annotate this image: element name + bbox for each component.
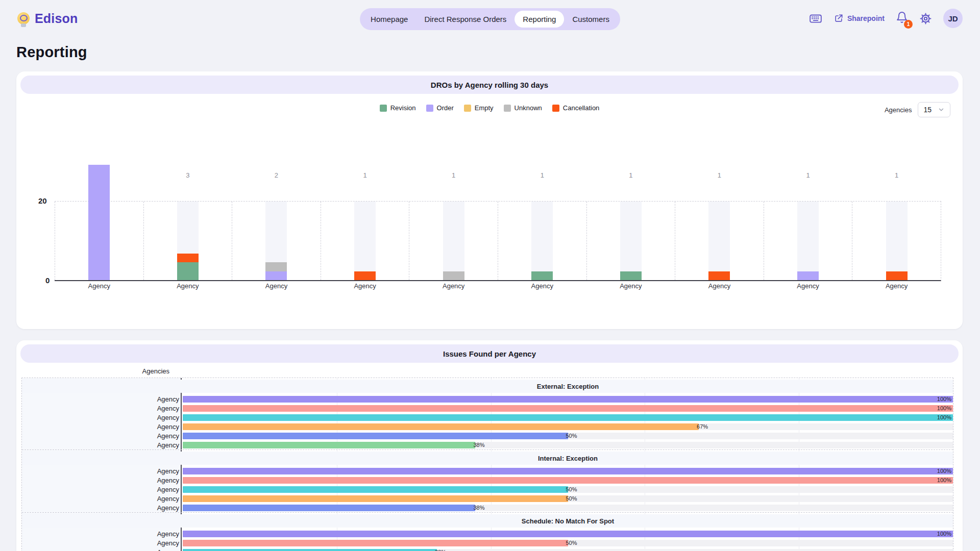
- issue-row-bar: [183, 486, 568, 493]
- issue-row-bar: [183, 405, 953, 412]
- bar-stack: [88, 165, 110, 280]
- keyboard-icon[interactable]: [809, 12, 822, 25]
- issue-row: Agency100%: [22, 413, 953, 422]
- bar-stack: [886, 271, 908, 280]
- x-axis-category-label: Agency: [232, 282, 321, 290]
- issue-row-pct-label: 33%: [435, 549, 446, 551]
- column-background-band: [620, 202, 642, 280]
- bar-total-label: 2: [232, 171, 321, 179]
- y-axis-min-label: 0: [45, 276, 50, 285]
- legend-label: Revision: [390, 104, 416, 112]
- issue-row-bar: [183, 477, 953, 484]
- legend-label: Cancellation: [563, 104, 600, 112]
- column-background-band: [708, 202, 730, 280]
- settings-button[interactable]: [919, 12, 932, 25]
- issue-group: Schedule: No Match For SpotAgency100%Age…: [22, 513, 953, 551]
- group-title: Internal: Exception: [183, 450, 953, 466]
- legend-label: Empty: [475, 104, 494, 112]
- bar-segment-revision: [531, 271, 553, 280]
- legend-swatch: [380, 105, 387, 112]
- bar-stack: [443, 271, 464, 280]
- notifications-button[interactable]: 1: [896, 11, 908, 26]
- bar-total-label: 1: [498, 171, 586, 179]
- legend-item-unknown[interactable]: Unknown: [504, 104, 542, 112]
- top-bar: Edison HomepageDirect Response OrdersRep…: [0, 0, 980, 37]
- chart1-column: 13Agency: [55, 202, 143, 280]
- tab-reporting[interactable]: Reporting: [514, 11, 564, 28]
- bar-total-label: 1: [587, 171, 675, 179]
- chart1-title: DROs by Agency rolling 30 days: [20, 76, 959, 94]
- issue-row-pct-label: 100%: [937, 531, 951, 537]
- issue-row-bar: [183, 505, 475, 511]
- legend-item-order[interactable]: Order: [426, 104, 454, 112]
- issue-row-track-zone: 100%: [183, 531, 953, 537]
- chart1-column: 1Agency: [321, 202, 409, 280]
- legend-swatch: [464, 105, 471, 112]
- agencies-select[interactable]: 15: [918, 102, 950, 117]
- avatar[interactable]: JD: [943, 9, 963, 28]
- chart1-column: 3Agency: [143, 202, 232, 280]
- agencies-control: Agencies 15: [885, 102, 950, 117]
- issue-row-pct-label: 50%: [566, 433, 577, 439]
- legend-item-empty[interactable]: Empty: [464, 104, 494, 112]
- column-background-band: [886, 202, 908, 280]
- issue-row-agency-label: Agency: [22, 423, 182, 431]
- issue-group: External: ExceptionAgency100%Agency100%A…: [22, 378, 953, 450]
- issue-group: Internal: ExceptionAgency100%Agency100%A…: [22, 450, 953, 513]
- issue-row: Agency33%: [22, 547, 953, 551]
- sharepoint-link[interactable]: Sharepoint: [834, 13, 885, 23]
- column-background-band: [354, 202, 376, 280]
- x-axis-category-label: Agency: [764, 282, 852, 290]
- bar-stack: [177, 254, 199, 280]
- issue-row: Agency100%: [22, 404, 953, 413]
- group-header: Schedule: No Match For Spot: [22, 513, 953, 529]
- issue-row-agency-label: Agency: [22, 539, 182, 547]
- issue-row-track-zone: 38%: [183, 442, 953, 448]
- issue-row-agency-label: Agency: [22, 405, 182, 412]
- issue-row-agency-label: Agency: [22, 495, 182, 503]
- x-axis-category-label: Agency: [587, 282, 675, 290]
- bar-stack: [531, 271, 553, 280]
- issue-row-bar: [183, 442, 475, 448]
- issue-row: Agency50%: [22, 485, 953, 494]
- sharepoint-label: Sharepoint: [847, 14, 885, 22]
- issue-row-agency-label: Agency: [22, 432, 182, 440]
- issue-row-pct-label: 50%: [566, 495, 577, 502]
- group-title: Schedule: No Match For Spot: [183, 513, 953, 529]
- chart2-plot: External: ExceptionAgency100%Agency100%A…: [21, 378, 953, 551]
- tab-direct-response-orders[interactable]: Direct Response Orders: [416, 11, 514, 28]
- nav-tabs: HomepageDirect Response OrdersReportingC…: [360, 8, 620, 30]
- tab-customers[interactable]: Customers: [564, 11, 618, 28]
- issue-row: Agency50%: [22, 431, 953, 440]
- header-actions: Sharepoint 1 JD: [809, 9, 963, 28]
- column-background-band: [443, 202, 464, 280]
- bar-total-label: 1: [321, 171, 409, 179]
- card-issues-per-agency: Issues Found per Agency Agencies Externa…: [16, 340, 963, 551]
- bar-segment-cancellation: [354, 271, 376, 280]
- bar-segment-cancellation: [177, 254, 199, 262]
- issue-row: Agency38%: [22, 440, 953, 449]
- issue-row-bar: [183, 433, 568, 439]
- legend-swatch: [426, 105, 433, 112]
- logo[interactable]: Edison: [17, 11, 78, 26]
- bar-stack: [354, 271, 376, 280]
- issue-row-track-zone: 100%: [183, 414, 953, 421]
- issue-row-pct-label: 38%: [473, 442, 484, 448]
- issue-row-pct-label: 50%: [566, 486, 577, 493]
- group-header: External: Exception: [22, 378, 953, 394]
- issue-row-pct-label: 100%: [937, 414, 951, 421]
- chart1-column: 1Agency: [852, 202, 941, 280]
- chart1-legend: RevisionOrderEmptyUnknownCancellation: [16, 104, 963, 112]
- bar-total-label: 3: [144, 171, 232, 179]
- notification-badge: 1: [904, 20, 913, 29]
- issue-row-pct-label: 100%: [937, 396, 951, 403]
- chart1-column: 1Agency: [586, 202, 675, 280]
- agencies-select-value: 15: [923, 106, 932, 114]
- legend-item-cancellation[interactable]: Cancellation: [552, 104, 600, 112]
- issue-row: Agency100%: [22, 466, 953, 475]
- tab-homepage[interactable]: Homepage: [362, 11, 416, 28]
- y-axis-max-label: 20: [38, 196, 47, 205]
- legend-label: Unknown: [514, 104, 542, 112]
- chart2-axis-label: Agencies: [16, 367, 169, 375]
- legend-item-revision[interactable]: Revision: [380, 104, 416, 112]
